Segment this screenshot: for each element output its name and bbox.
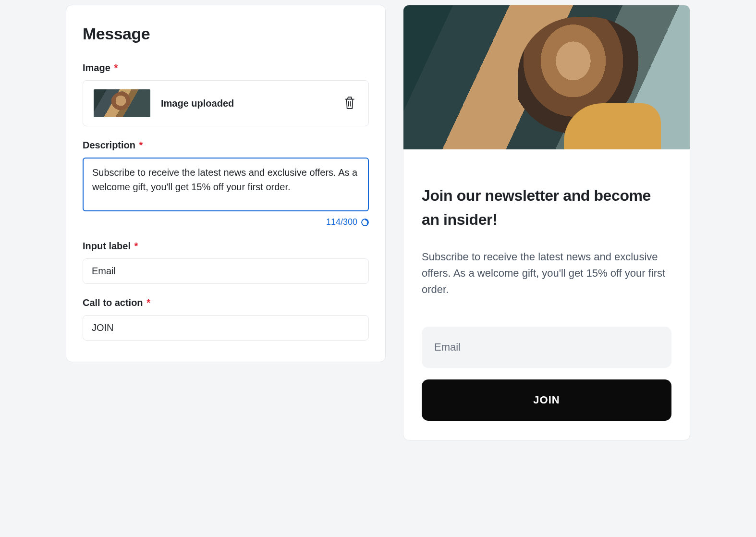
progress-ring-icon — [361, 219, 369, 226]
delete-image-button[interactable] — [341, 94, 358, 113]
description-input[interactable] — [83, 158, 369, 211]
preview-hero-image — [403, 5, 690, 149]
trash-icon — [343, 96, 356, 110]
description-label: Description * — [83, 140, 369, 151]
image-field: Image * Image uploaded — [83, 62, 369, 126]
layout: Message Image * Image uploaded Descripti… — [66, 5, 690, 440]
image-upload-row: Image uploaded — [83, 80, 369, 126]
input-label-label: Input label * — [83, 241, 369, 252]
required-mark: * — [139, 140, 143, 150]
preview-join-button[interactable]: JOIN — [422, 379, 671, 421]
preview-description: Subscribe to receive the latest news and… — [422, 249, 671, 298]
input-label-label-text: Input label — [83, 241, 131, 251]
description-field: Description * 114/300 — [83, 140, 369, 227]
description-label-text: Description — [83, 140, 135, 150]
description-counter: 114/300 — [326, 217, 357, 227]
image-label: Image * — [83, 62, 369, 73]
input-label-field: Input label * — [83, 241, 369, 284]
cta-field: Call to action * — [83, 297, 369, 341]
preview-body: Join our newsletter and become an inside… — [403, 149, 690, 440]
required-mark: * — [134, 241, 138, 251]
preview-email-input[interactable] — [422, 327, 671, 368]
required-mark: * — [146, 297, 150, 308]
image-status-text: Image uploaded — [161, 98, 331, 109]
preview-headline: Join our newsletter and become an inside… — [422, 184, 671, 232]
cta-label-text: Call to action — [83, 297, 143, 308]
required-mark: * — [114, 62, 118, 73]
description-counter-row: 114/300 — [83, 217, 369, 227]
message-editor-panel: Message Image * Image uploaded Descripti… — [66, 5, 386, 362]
cta-label: Call to action * — [83, 297, 369, 308]
input-label-input[interactable] — [83, 258, 369, 284]
cta-input[interactable] — [83, 315, 369, 341]
section-title: Message — [83, 24, 369, 43]
image-label-text: Image — [83, 62, 110, 73]
image-thumbnail[interactable] — [94, 89, 150, 117]
preview-panel: Join our newsletter and become an inside… — [403, 5, 690, 440]
